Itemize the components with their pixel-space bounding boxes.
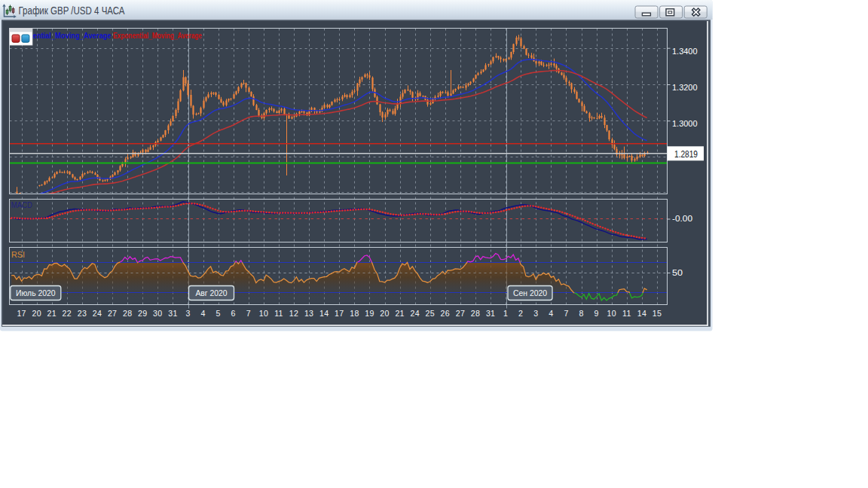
svg-text:RSI: RSI (11, 250, 25, 259)
svg-text:20: 20 (380, 309, 389, 318)
svg-text:14: 14 (319, 309, 329, 318)
svg-text:14: 14 (637, 309, 646, 318)
svg-text:28: 28 (471, 309, 480, 318)
svg-text:23: 23 (78, 309, 87, 318)
svg-text:12: 12 (289, 309, 298, 318)
svg-text:7: 7 (564, 309, 568, 318)
svg-text:27: 27 (456, 309, 465, 318)
svg-text:21: 21 (395, 309, 404, 318)
svg-text:11: 11 (622, 309, 631, 318)
svg-text:3: 3 (533, 309, 538, 318)
svg-text:7: 7 (246, 309, 251, 318)
svg-text:2: 2 (518, 309, 523, 318)
svg-text:26: 26 (441, 309, 450, 318)
svg-text:29: 29 (138, 309, 147, 318)
svg-text:15: 15 (653, 309, 662, 318)
svg-text:MACD: MACD (11, 200, 32, 209)
svg-text:Авг 2020: Авг 2020 (195, 289, 227, 297)
svg-text:5: 5 (215, 309, 220, 318)
svg-text:График GBP /USD 4 ЧАСА: График GBP /USD 4 ЧАСА (19, 5, 126, 17)
svg-text:25: 25 (426, 309, 435, 318)
svg-text:1.3400: 1.3400 (672, 46, 698, 56)
svg-text:21: 21 (47, 309, 57, 318)
svg-text:Сен 2020: Сен 2020 (513, 289, 547, 297)
svg-text:18: 18 (350, 309, 359, 318)
svg-text:11: 11 (274, 309, 283, 318)
svg-text:19: 19 (365, 309, 374, 318)
svg-text:50: 50 (672, 267, 683, 278)
svg-text:1.2819: 1.2819 (674, 149, 698, 160)
svg-text:6: 6 (231, 309, 236, 318)
svg-text:31: 31 (168, 309, 177, 318)
svg-text:3: 3 (185, 309, 190, 318)
svg-text:17: 17 (17, 309, 26, 318)
svg-text:24: 24 (411, 309, 420, 318)
svg-text:1: 1 (503, 309, 508, 318)
svg-text:10: 10 (607, 309, 616, 318)
svg-text:24: 24 (93, 309, 102, 318)
svg-text:-0.00: -0.00 (672, 213, 692, 224)
svg-text:28: 28 (123, 309, 132, 318)
svg-text:9: 9 (594, 309, 598, 318)
svg-text:4: 4 (549, 309, 553, 318)
svg-text:13: 13 (304, 309, 313, 318)
svg-text:31: 31 (486, 309, 495, 318)
svg-text:10: 10 (259, 309, 268, 318)
svg-text:20: 20 (32, 309, 41, 318)
svg-text:4: 4 (200, 309, 205, 318)
svg-text:1.3200: 1.3200 (672, 82, 698, 93)
svg-text:22: 22 (63, 309, 72, 318)
svg-text:27: 27 (108, 309, 117, 318)
svg-text:ential_Moving_Average: ential_Moving_Average (33, 31, 112, 40)
svg-text:Июль 2020: Июль 2020 (16, 289, 56, 297)
svg-text:8: 8 (579, 309, 583, 318)
svg-text:30: 30 (153, 309, 162, 318)
svg-text:17: 17 (335, 309, 344, 318)
svg-text:1.3000: 1.3000 (672, 118, 698, 129)
svg-text:Exponential_Moving_Average: Exponential_Moving_Average (113, 31, 202, 40)
